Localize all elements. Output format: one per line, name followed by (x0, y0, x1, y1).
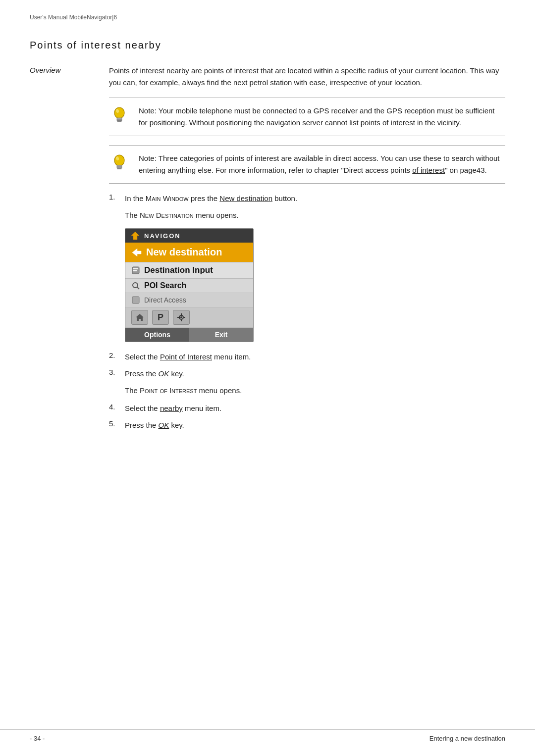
nav-options-btn[interactable]: Options (125, 328, 189, 342)
settings-icon (176, 312, 186, 322)
svg-point-15 (133, 283, 138, 288)
svg-rect-1 (117, 118, 122, 119)
new-dest-arrow-icon (131, 248, 142, 257)
nav-poi-search-label: POI Search (144, 281, 186, 290)
steps-area: 1. In the Main Window pres the New desti… (109, 193, 505, 431)
svg-line-16 (137, 287, 139, 289)
footer-page-num: - 34 - (30, 735, 45, 742)
step-5-num: 5. (109, 419, 125, 428)
nav-direct-access-row[interactable]: Direct Access (125, 293, 253, 307)
nav-titlebar: NAVIGON (125, 229, 253, 243)
nav-dest-input-row[interactable]: Destination Input (125, 262, 253, 279)
note-row-2: Note: Three categories of points of inte… (109, 145, 505, 184)
svg-point-20 (180, 316, 182, 318)
page-footer: - 34 - Entering a new destination (0, 729, 535, 742)
poi-search-icon (131, 281, 140, 290)
step-2: 2. Select the Point of Interest menu ite… (109, 351, 505, 363)
step-1-subtext: The New Destination menu opens. (125, 209, 505, 221)
step-4-num: 4. (109, 403, 125, 411)
note-row-1: Note: Your mobile telephone must be conn… (109, 98, 505, 136)
direct-access-icon (131, 296, 140, 304)
svg-marker-10 (131, 232, 139, 240)
step-1-text: In the Main Window pres the New destinat… (125, 193, 505, 204)
main-window-label: Main Window (146, 194, 189, 202)
step-2-text: Select the Point of Interest menu item. (125, 351, 505, 363)
svg-rect-8 (117, 168, 121, 169)
nav-new-dest-row[interactable]: New destination (125, 243, 253, 262)
overview-row: Overview Points of interest nearby are p… (30, 65, 505, 89)
svg-marker-18 (136, 314, 144, 321)
home-icon (135, 312, 145, 322)
nav-icon-home-btn[interactable] (131, 310, 148, 325)
note-icon-2 (109, 152, 130, 172)
svg-rect-14 (133, 270, 137, 271)
overview-label: Overview (30, 65, 109, 89)
nav-direct-access-label: Direct Access (144, 296, 186, 304)
lightbulb-icon-2 (111, 153, 127, 172)
step-3-num: 3. (109, 368, 125, 376)
svg-rect-3 (117, 121, 121, 122)
svg-marker-11 (132, 249, 141, 256)
nav-icon-settings-btn[interactable] (173, 310, 190, 325)
nav-icon-parking-btn[interactable]: P (152, 310, 169, 325)
page-header: User's Manual MobileNavigator|6 (30, 14, 117, 21)
new-dest-link: New destination (219, 194, 272, 202)
point-of-interest-link: Point of Interest (160, 353, 212, 361)
footer-section: Entering a new destination (429, 735, 505, 742)
step-1: 1. In the Main Window pres the New desti… (109, 193, 505, 204)
step-1-num: 1. (109, 193, 125, 201)
step-4: 4. Select the nearby menu item. (109, 403, 505, 414)
svg-rect-6 (117, 165, 122, 167)
navigon-menu: NAVIGON New destination Destination Inpu… (125, 228, 254, 342)
step-3-text: Press the OK key. (125, 368, 505, 380)
nearby-link: nearby (160, 404, 183, 412)
svg-point-5 (114, 155, 124, 166)
note-text-1: Note: Your mobile telephone must be conn… (139, 105, 505, 129)
step-5-text: Press the OK key. (125, 419, 505, 431)
nav-new-dest-label: New destination (146, 247, 222, 258)
parking-label: P (158, 312, 163, 323)
dest-input-icon (131, 266, 140, 275)
note-icon-1 (109, 105, 130, 125)
step-4-text: Select the nearby menu item. (125, 403, 505, 414)
section-title: Points of interest nearby (30, 40, 505, 51)
new-dest-menu-label: New Destination (140, 211, 194, 219)
lightbulb-icon (111, 106, 127, 125)
nav-bottom-row: Options Exit (125, 328, 253, 342)
svg-point-0 (114, 107, 124, 118)
step-3-subtext: The Point of Interest menu opens. (125, 385, 505, 397)
nav-exit-btn[interactable]: Exit (189, 328, 253, 342)
header-text: User's Manual MobileNavigator|6 (30, 14, 117, 21)
nav-icons-row: P (125, 307, 253, 328)
note-text-2: Note: Three categories of points of inte… (139, 152, 505, 176)
ok-key-label-1: OK (159, 369, 169, 378)
main-content: Points of interest nearby Overview Point… (30, 40, 505, 436)
ok-key-label-2: OK (159, 421, 169, 429)
step-3: 3. Press the OK key. (109, 368, 505, 380)
overview-text: Points of interest nearby are points of … (109, 65, 505, 89)
nav-title-text: NAVIGON (144, 232, 181, 240)
nav-dest-input-label: Destination Input (144, 265, 213, 275)
step-5: 5. Press the OK key. (109, 419, 505, 431)
nav-poi-search-row[interactable]: POI Search (125, 279, 253, 293)
svg-rect-13 (133, 268, 138, 269)
point-of-interest-menu-label: Point of Interest (140, 386, 197, 395)
navigon-logo-icon (130, 231, 140, 240)
svg-rect-17 (132, 297, 139, 303)
step-2-num: 2. (109, 351, 125, 359)
